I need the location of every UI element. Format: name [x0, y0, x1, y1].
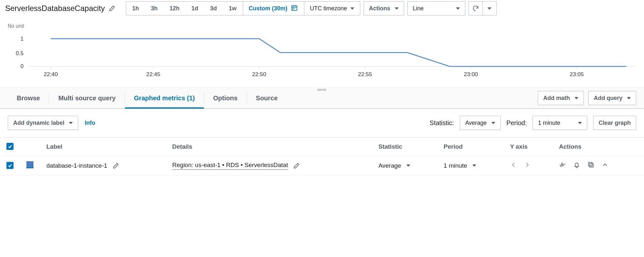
drag-handle-icon[interactable]: ══ — [317, 86, 327, 93]
col-statistic: Statistic — [372, 138, 437, 156]
chart-type-value: Line — [413, 5, 424, 12]
add-dynamic-label-text: Add dynamic label — [13, 120, 64, 126]
time-range-1w[interactable]: 1w — [223, 2, 243, 15]
svg-rect-2 — [294, 8, 295, 9]
svg-rect-3 — [292, 9, 293, 10]
time-range-custom[interactable]: Custom (30m) — [243, 2, 304, 15]
edit-title-icon[interactable] — [109, 5, 116, 12]
xtick-2: 22:50 — [252, 71, 266, 77]
caret-down-icon — [406, 164, 410, 167]
caret-down-icon — [578, 122, 582, 124]
anomaly-detection-icon[interactable] — [559, 161, 566, 170]
caret-down-icon — [574, 97, 578, 99]
ytick-1: 1 — [21, 35, 24, 42]
statistic-label: Statistic: — [430, 119, 454, 127]
tab-browse[interactable]: Browse — [8, 88, 49, 108]
clear-graph-label: Clear graph — [599, 120, 631, 126]
row-label: database-1-instance-1 — [46, 162, 107, 169]
caret-down-icon — [627, 97, 631, 99]
col-actions: Actions — [553, 138, 644, 156]
duplicate-icon[interactable] — [587, 161, 594, 170]
metric-chart: 1 0.5 0 22:40 22:45 22:50 22:55 23:00 23… — [8, 31, 636, 83]
clear-graph-button[interactable]: Clear graph — [593, 116, 636, 130]
svg-rect-11 — [590, 163, 593, 167]
period-label: Period: — [507, 119, 527, 127]
svg-rect-12 — [589, 163, 592, 166]
period-select[interactable]: 1 minute — [533, 116, 587, 130]
add-math-button[interactable]: Add math — [538, 91, 584, 105]
series-color-swatch[interactable] — [26, 161, 33, 168]
xtick-5: 23:05 — [570, 71, 584, 77]
page-title: ServerlessDatabaseCapacity — [5, 4, 105, 13]
row-period-select[interactable]: 1 minute — [444, 162, 497, 169]
row-details-link[interactable]: Region: us-east-1 • RDS • ServerlessData… — [172, 162, 288, 170]
col-details: Details — [166, 138, 372, 156]
xtick-4: 23:00 — [464, 71, 478, 77]
alarm-icon[interactable] — [573, 161, 580, 170]
caret-down-icon — [350, 7, 354, 10]
caret-down-icon — [395, 7, 399, 10]
edit-details-icon[interactable] — [293, 162, 300, 169]
col-period: Period — [437, 138, 504, 156]
chart-unit-label: No unit — [8, 23, 636, 29]
caret-down-icon — [456, 7, 460, 10]
table-row: database-1-instance-1 Region: us-east-1 … — [0, 156, 644, 175]
add-dynamic-label-button[interactable]: Add dynamic label — [8, 116, 78, 130]
col-label: Label — [40, 138, 166, 156]
select-all-checkbox[interactable] — [6, 143, 14, 150]
refresh-options-button[interactable] — [483, 1, 497, 15]
col-yaxis: Y axis — [504, 138, 553, 156]
statistic-value: Average — [465, 120, 487, 126]
time-range-custom-label: Custom (30m) — [249, 5, 288, 12]
time-range-bar: 1h 3h 12h 1d 3d 1w Custom (30m) UTC time… — [126, 1, 360, 15]
time-range-1d[interactable]: 1d — [186, 2, 204, 15]
series-line — [51, 39, 627, 66]
yaxis-left-button[interactable] — [510, 161, 517, 170]
tab-source[interactable]: Source — [247, 88, 287, 108]
timezone-select[interactable]: UTC timezone — [304, 2, 360, 15]
add-query-label: Add query — [594, 95, 622, 102]
xtick-0: 22:40 — [44, 71, 58, 77]
time-range-3d[interactable]: 3d — [204, 2, 223, 15]
timezone-label: UTC timezone — [310, 5, 347, 12]
xtick-1: 22:45 — [146, 71, 160, 77]
row-statistic-value: Average — [378, 162, 401, 169]
xtick-3: 22:55 — [358, 71, 372, 77]
refresh-button[interactable] — [469, 1, 483, 15]
metrics-table: Label Details Statistic Period Y axis Ac… — [0, 137, 644, 175]
add-query-button[interactable]: Add query — [588, 91, 636, 105]
actions-label: Actions — [369, 5, 390, 12]
actions-dropdown[interactable]: Actions — [364, 1, 404, 15]
info-link[interactable]: Info — [85, 120, 95, 126]
caret-down-icon — [488, 7, 491, 10]
ytick-0: 0 — [21, 63, 24, 69]
calendar-icon — [291, 4, 298, 13]
time-range-3h[interactable]: 3h — [145, 2, 164, 15]
row-statistic-select[interactable]: Average — [378, 162, 431, 169]
time-range-1h[interactable]: 1h — [126, 2, 145, 15]
yaxis-right-button[interactable] — [524, 161, 531, 170]
collapse-icon[interactable] — [601, 161, 609, 170]
add-math-label: Add math — [543, 95, 570, 102]
tab-options[interactable]: Options — [204, 88, 247, 108]
tab-multi-source-query[interactable]: Multi source query — [49, 88, 125, 108]
caret-down-icon — [69, 122, 73, 124]
tab-graphed-metrics[interactable]: Graphed metrics (1) — [125, 88, 204, 108]
chart-type-select[interactable]: Line — [407, 1, 465, 15]
period-value: 1 minute — [538, 120, 560, 126]
ytick-05: 0.5 — [16, 50, 24, 56]
caret-down-icon — [491, 122, 495, 124]
time-range-12h[interactable]: 12h — [164, 2, 186, 15]
statistic-select[interactable]: Average — [460, 116, 501, 130]
svg-rect-1 — [292, 8, 293, 9]
edit-label-icon[interactable] — [112, 162, 119, 169]
row-period-value: 1 minute — [444, 162, 467, 169]
row-checkbox[interactable] — [6, 162, 14, 169]
caret-down-icon — [472, 164, 476, 167]
